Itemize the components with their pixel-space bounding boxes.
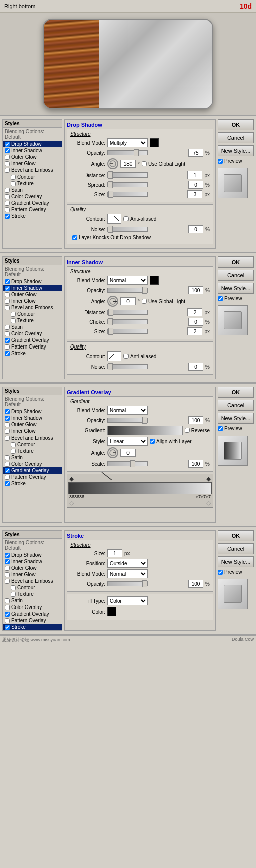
sidebar-item-outer-glow-2[interactable]: Outer Glow: [3, 291, 62, 298]
stroke-checkbox-2[interactable]: [5, 351, 10, 356]
inner-shadow-checkbox-2[interactable]: [5, 286, 10, 291]
size-slider-2[interactable]: [107, 329, 148, 334]
size-slider-1[interactable]: [107, 192, 148, 197]
gradient-overlay-checkbox-1[interactable]: [5, 201, 10, 206]
angle-input-2[interactable]: [120, 297, 136, 305]
distance-slider-1[interactable]: [107, 172, 148, 178]
sidebar-item-satin-1[interactable]: Satin: [3, 187, 62, 193]
angle-input-1[interactable]: [120, 160, 136, 168]
sidebar-item-texture-1[interactable]: Texture: [3, 180, 62, 187]
sidebar-item-outer-glow-1[interactable]: Outer Glow: [3, 154, 62, 160]
opacity-slider-2[interactable]: [107, 288, 148, 293]
sidebar-item-bevel-emboss-1[interactable]: Bevel and Emboss: [3, 167, 62, 173]
blending-options-4[interactable]: Blending Options: Default: [3, 539, 62, 552]
sidebar-item-gradient-overlay-1[interactable]: Gradient Overlay: [3, 200, 62, 206]
choke-slider-2[interactable]: [107, 319, 148, 324]
preview-checkbox-1[interactable]: [218, 159, 223, 164]
sidebar-item-bevel-emboss-4[interactable]: Bevel and Emboss: [3, 578, 62, 584]
ok-button-2[interactable]: OK: [218, 256, 254, 268]
sidebar-item-color-overlay-3[interactable]: Color Overlay: [3, 461, 62, 467]
sidebar-item-gradient-overlay-4[interactable]: Gradient Overlay: [3, 611, 62, 617]
sidebar-item-inner-glow-1[interactable]: Inner Glow: [3, 160, 62, 167]
inner-glow-checkbox-4[interactable]: [5, 572, 10, 577]
opacity-input-3[interactable]: [188, 416, 203, 424]
texture-checkbox-4[interactable]: [11, 592, 16, 597]
cancel-button-1[interactable]: Cancel: [218, 132, 254, 143]
sidebar-item-inner-shadow-2[interactable]: Inner Shadow: [3, 285, 62, 291]
style-select-3[interactable]: Linear: [107, 437, 148, 446]
cancel-button-3[interactable]: Cancel: [218, 400, 254, 411]
stroke-checkbox-3[interactable]: [5, 481, 10, 486]
satin-checkbox-3[interactable]: [5, 455, 10, 460]
new-style-button-2[interactable]: New Style...: [218, 283, 254, 294]
pattern-overlay-checkbox-3[interactable]: [5, 475, 10, 480]
noise-slider-1[interactable]: [107, 227, 148, 232]
sidebar-item-drop-shadow-4[interactable]: Drop Shadow: [3, 552, 62, 558]
angle-dial-1[interactable]: [107, 158, 118, 169]
sidebar-item-contour-2[interactable]: Contour: [3, 311, 62, 317]
use-global-light-2[interactable]: [142, 299, 147, 304]
sidebar-item-drop-shadow-3[interactable]: Drop Shadow: [3, 408, 62, 415]
sidebar-item-pattern-overlay-3[interactable]: Pattern Overlay: [3, 474, 62, 480]
sidebar-item-stroke-2[interactable]: Stroke: [3, 350, 62, 357]
contour-preview-2[interactable]: [107, 351, 121, 361]
blending-options-2[interactable]: Blending Options: Default: [3, 265, 62, 278]
angle-dial-3[interactable]: [107, 447, 118, 458]
inner-glow-checkbox-3[interactable]: [5, 429, 10, 434]
pattern-overlay-checkbox-1[interactable]: [5, 207, 10, 212]
sidebar-item-inner-glow-3[interactable]: Inner Glow: [3, 428, 62, 435]
sidebar-item-stroke-3[interactable]: Stroke: [3, 480, 62, 487]
new-style-button-3[interactable]: New Style...: [218, 413, 254, 424]
align-layer-checkbox-3[interactable]: [150, 439, 155, 444]
bevel-emboss-checkbox-2[interactable]: [5, 305, 10, 310]
contour-checkbox-1[interactable]: [11, 175, 16, 180]
color-overlay-checkbox-1[interactable]: [5, 194, 10, 199]
bevel-emboss-checkbox-4[interactable]: [5, 579, 10, 584]
reverse-checkbox-3[interactable]: [185, 428, 190, 433]
sidebar-item-satin-3[interactable]: Satin: [3, 454, 62, 461]
opacity-input-2[interactable]: [188, 286, 203, 294]
ok-button-4[interactable]: OK: [218, 530, 254, 541]
inner-glow-checkbox-2[interactable]: [5, 299, 10, 304]
angle-dial-2[interactable]: [107, 296, 118, 307]
color-overlay-checkbox-3[interactable]: [5, 462, 10, 467]
satin-checkbox-4[interactable]: [5, 598, 10, 603]
size-input-1[interactable]: [187, 190, 202, 198]
sidebar-item-pattern-overlay-4[interactable]: Pattern Overlay: [3, 617, 62, 624]
outer-glow-checkbox-4[interactable]: [5, 566, 10, 571]
sidebar-item-inner-shadow-1[interactable]: Inner Shadow: [3, 147, 62, 154]
new-style-button-4[interactable]: New Style...: [218, 556, 254, 567]
distance-slider-2[interactable]: [107, 310, 148, 315]
sidebar-item-bevel-emboss-2[interactable]: Bevel and Emboss: [3, 304, 62, 311]
gradient-overlay-checkbox-3[interactable]: [5, 468, 10, 473]
drop-shadow-checkbox-1[interactable]: [5, 142, 10, 147]
sidebar-item-satin-4[interactable]: Satin: [3, 597, 62, 604]
inner-glow-checkbox-1[interactable]: [5, 161, 10, 166]
gradient-bar-3[interactable]: [68, 482, 212, 494]
cancel-button-4[interactable]: Cancel: [218, 543, 254, 554]
sidebar-item-stroke-1[interactable]: Stroke: [3, 213, 62, 219]
texture-checkbox-1[interactable]: [11, 181, 16, 186]
spread-slider-1[interactable]: [107, 182, 148, 187]
sidebar-item-contour-4[interactable]: Contour: [3, 584, 62, 591]
satin-checkbox-2[interactable]: [5, 325, 10, 330]
distance-input-2[interactable]: [187, 308, 202, 316]
blend-mode-select-1[interactable]: Multiply: [107, 138, 148, 147]
stroke-fill-type-select[interactable]: Color: [107, 596, 148, 605]
stroke-color-swatch[interactable]: [107, 607, 116, 616]
blend-mode-select-2[interactable]: Normal: [107, 276, 148, 285]
cancel-button-2[interactable]: Cancel: [218, 270, 254, 281]
preview-checkbox-4[interactable]: [218, 570, 223, 575]
outer-glow-checkbox-2[interactable]: [5, 292, 10, 297]
opacity-slider-1[interactable]: [107, 150, 148, 155]
sidebar-item-outer-glow-3[interactable]: Outer Glow: [3, 421, 62, 428]
noise-slider-2[interactable]: [107, 364, 148, 369]
preview-checkbox-3[interactable]: [218, 426, 223, 431]
blend-mode-select-3[interactable]: Normal: [107, 406, 148, 415]
stroke-position-select[interactable]: Outside: [107, 559, 148, 568]
gradient-picker-3[interactable]: [107, 426, 183, 435]
texture-checkbox-3[interactable]: [11, 449, 16, 454]
choke-input-2[interactable]: [188, 318, 203, 326]
pattern-overlay-checkbox-2[interactable]: [5, 344, 10, 350]
noise-input-2[interactable]: [188, 363, 203, 371]
